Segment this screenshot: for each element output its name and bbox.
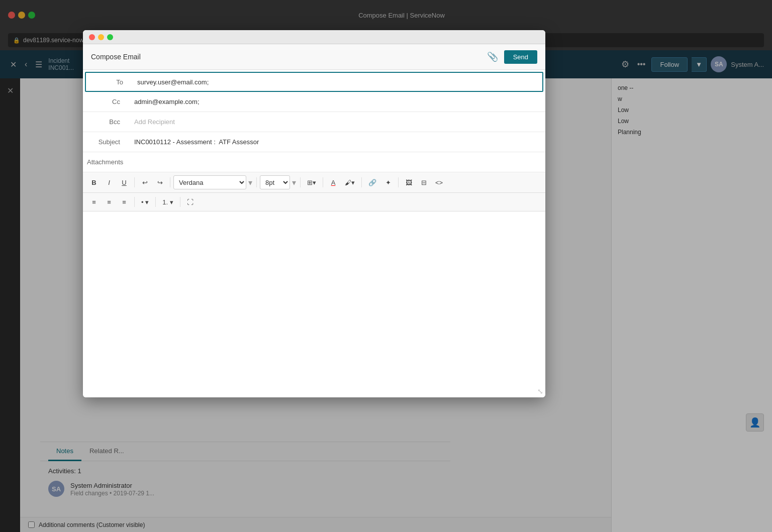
toolbar-sep-5 (323, 177, 323, 187)
editor-body[interactable]: ⤡ (83, 211, 545, 397)
modal-traffic-lights (89, 34, 113, 40)
toolbar-sep-10 (180, 197, 180, 207)
italic-btn[interactable]: I (102, 175, 116, 189)
toolbar-sep-2 (170, 177, 170, 187)
image-btn[interactable]: 🖼 (402, 175, 416, 189)
attach-button[interactable]: 📎 (485, 49, 500, 64)
special-char-btn[interactable]: ✦ (381, 175, 395, 189)
align-left-btn[interactable]: ≡ (87, 195, 101, 209)
to-input[interactable] (131, 74, 542, 90)
bcc-input[interactable] (128, 114, 545, 130)
code-btn[interactable]: <> (432, 175, 446, 189)
link-btn[interactable]: 🔗 (365, 175, 380, 189)
to-label: To (86, 78, 131, 86)
toolbar-sep-6 (361, 177, 362, 187)
redo-btn[interactable]: ↪ (153, 175, 167, 189)
modal-titlebar (83, 30, 545, 44)
editor-toolbar-row1: B I U ↩ ↪ Verdana Arial Times New Roman … (83, 172, 545, 193)
align-right-btn[interactable]: ≡ (117, 195, 131, 209)
toolbar-sep-8 (134, 197, 135, 207)
bcc-label: Bcc (83, 118, 128, 126)
to-field-row: To (85, 72, 543, 92)
toolbar-sep-7 (398, 177, 399, 187)
size-dropdown-arrow: ▾ (292, 178, 296, 187)
bg-color-btn[interactable]: 🖌▾ (341, 175, 358, 189)
modal-header: Compose Email 📎 Send (83, 44, 545, 70)
subject-label: Subject (83, 138, 128, 146)
bcc-field-row: Bcc (83, 112, 545, 132)
font-color-btn[interactable]: A (326, 175, 340, 189)
attachments-row: Attachments (83, 152, 545, 172)
toolbar-sep-1 (134, 177, 135, 187)
cc-label: Cc (83, 98, 128, 105)
fullscreen-btn[interactable]: ⛶ (183, 195, 198, 209)
editor-toolbar-row2: ≡ ≡ ≡ • ▾ 1. ▾ ⛶ (83, 193, 545, 211)
email-form: To Cc Bcc Subject Attachments (83, 72, 545, 172)
underline-btn[interactable]: U (117, 175, 131, 189)
modal-maximize-btn[interactable] (107, 34, 113, 40)
modal-close-btn[interactable] (89, 34, 95, 40)
font-size-select[interactable]: 8pt 10pt 12pt 14pt (260, 175, 290, 189)
modal-title: Compose Email (91, 53, 485, 61)
ordered-list-btn[interactable]: 1. ▾ (159, 195, 176, 209)
unordered-list-btn[interactable]: • ▾ (138, 195, 152, 209)
toolbar-sep-4 (300, 177, 301, 187)
modal-minimize-btn[interactable] (98, 34, 104, 40)
subject-input[interactable] (128, 134, 545, 150)
toolbar-sep-9 (155, 197, 156, 207)
font-family-select[interactable]: Verdana Arial Times New Roman (173, 175, 246, 189)
cc-input[interactable] (128, 94, 545, 110)
modal-header-actions: 📎 Send (485, 49, 537, 64)
attachments-area (128, 158, 545, 166)
align-center-btn[interactable]: ≡ (102, 195, 116, 209)
compose-modal: Compose Email 📎 Send To Cc Bcc Subject (83, 30, 545, 397)
send-button[interactable]: Send (504, 50, 537, 64)
cc-field-row: Cc (83, 92, 545, 112)
subject-field-row: Subject (83, 132, 545, 152)
toolbar-sep-3 (256, 177, 257, 187)
table2-btn[interactable]: ⊟ (417, 175, 431, 189)
attachments-label: Attachments (83, 158, 128, 166)
resize-handle[interactable]: ⤡ (537, 387, 543, 395)
font-dropdown-arrow: ▾ (248, 178, 252, 187)
table-btn[interactable]: ⊞▾ (304, 175, 320, 189)
undo-btn[interactable]: ↩ (138, 175, 152, 189)
bold-btn[interactable]: B (87, 175, 101, 189)
